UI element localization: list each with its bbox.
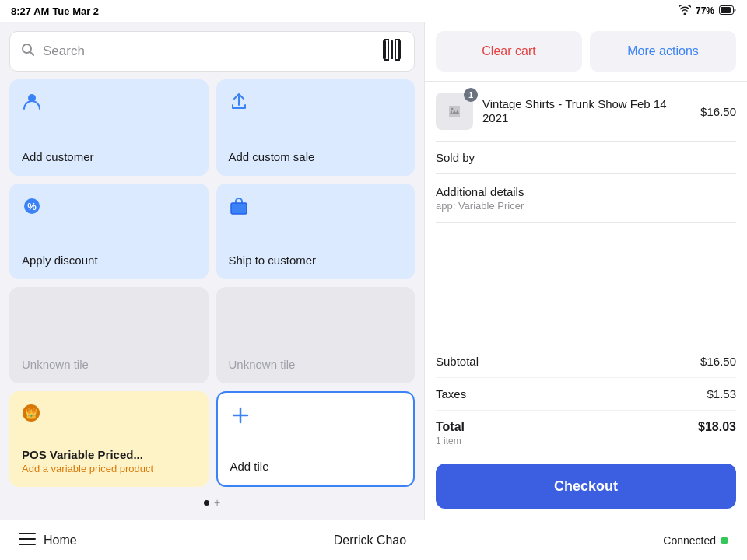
sold-by-row: Sold by [436, 142, 736, 174]
add-custom-sale-label: Add custom sale [229, 150, 403, 163]
svg-text:%: % [27, 201, 37, 212]
status-bar: 8:27 AM Tue Mar 2 77% [0, 0, 747, 22]
subtotal-row: Subtotal $16.50 [436, 345, 736, 378]
svg-rect-8 [384, 39, 389, 40]
more-actions-button[interactable]: More actions [590, 31, 736, 72]
page-dots: + [9, 495, 415, 510]
taxes-value: $1.53 [707, 387, 736, 401]
percent-icon: % [22, 196, 196, 221]
cart-item-thumbnail: 1 [436, 93, 473, 130]
left-panel: Search [0, 22, 424, 520]
svg-rect-11 [395, 59, 400, 61]
unknown-tile-1-label: Unknown tile [22, 358, 196, 371]
ship-to-customer-label: Ship to customer [229, 254, 403, 267]
share-icon [229, 92, 403, 117]
barcode-icon[interactable] [381, 39, 403, 64]
tile-ship-to-customer[interactable]: Ship to customer [216, 184, 416, 280]
cart-item-price: $16.50 [700, 105, 736, 118]
additional-details-subtitle: app: Variable Pricer [436, 200, 736, 212]
connected-label: Connected [663, 534, 716, 547]
search-placeholder: Search [43, 44, 85, 59]
pos-icon: 👑 [22, 404, 196, 426]
unknown-tile-2-label: Unknown tile [229, 358, 403, 371]
total-label-group: Total 1 item [436, 420, 465, 446]
cart-badge: 1 [464, 88, 478, 102]
nav-right: Connected [663, 534, 728, 547]
cart-section: 1 Vintage Shirts - Trunk Show Feb 14 202… [425, 82, 747, 345]
status-day: Tue Mar 2 [52, 5, 99, 17]
total-value: $18.03 [698, 420, 736, 446]
add-tile-label: Add tile [230, 460, 402, 473]
page-dot-1 [204, 500, 209, 506]
tile-add-custom-sale[interactable]: Add custom sale [216, 79, 416, 176]
svg-rect-5 [391, 40, 393, 59]
connected-dot [721, 537, 728, 544]
main-layout: Search [0, 22, 747, 520]
additional-details: Additional details app: Variable Pricer [436, 174, 736, 223]
checkout-button[interactable]: Checkout [436, 464, 736, 509]
search-bar[interactable]: Search [9, 31, 415, 72]
total-sublabel: 1 item [436, 436, 465, 446]
svg-rect-6 [395, 40, 396, 59]
apply-discount-label: Apply discount [22, 254, 196, 267]
right-panel-actions: Clear cart More actions [425, 22, 747, 82]
nav-left: Home [19, 532, 77, 549]
search-left: Search [21, 43, 85, 60]
tile-add-customer[interactable]: Add customer [9, 79, 209, 176]
taxes-label: Taxes [436, 387, 466, 401]
totals-section: Subtotal $16.50 Taxes $1.53 Total 1 item… [425, 345, 747, 456]
person-icon [22, 92, 196, 117]
add-customer-label: Add customer [22, 150, 196, 163]
page-dot-plus: + [214, 497, 220, 508]
total-row: Total 1 item $18.03 [436, 411, 736, 456]
battery-label: 77% [696, 5, 714, 16]
subtotal-label: Subtotal [436, 355, 479, 368]
svg-rect-10 [384, 59, 389, 61]
svg-rect-9 [395, 39, 400, 40]
battery-icon [719, 5, 736, 17]
cart-item-name: Vintage Shirts - Trunk Show Feb 14 2021 [482, 97, 667, 124]
checkout-section: Checkout [425, 456, 747, 520]
plus-icon [230, 405, 402, 430]
svg-rect-4 [388, 40, 389, 59]
tile-apply-discount[interactable]: % Apply discount [9, 184, 209, 280]
svg-rect-7 [398, 40, 401, 59]
svg-rect-3 [383, 40, 386, 59]
status-bar-right: 77% [679, 5, 736, 17]
tile-grid: Add customer Add custom sale % [9, 79, 415, 487]
cart-item: 1 Vintage Shirts - Trunk Show Feb 14 202… [436, 82, 736, 142]
tile-unknown-2: Unknown tile [216, 287, 416, 383]
total-label: Total [436, 420, 465, 434]
sold-by-label: Sold by [436, 151, 475, 164]
cart-item-info: Vintage Shirts - Trunk Show Feb 14 2021 [482, 97, 691, 125]
svg-rect-16 [231, 203, 247, 214]
subtotal-value: $16.50 [700, 355, 736, 368]
wifi-icon [679, 5, 691, 17]
pos-label-group: POS Variable Priced... Add a variable pr… [22, 448, 196, 474]
hamburger-icon[interactable] [19, 532, 36, 549]
nav-home-label[interactable]: Home [44, 534, 77, 548]
tile-add-tile[interactable]: Add tile [216, 391, 416, 488]
tile-pos-variable[interactable]: 👑 POS Variable Priced... Add a variable … [9, 391, 209, 488]
nav-user: Derrick Chao [334, 534, 406, 548]
status-time: 8:27 AM [11, 5, 49, 17]
status-bar-left: 8:27 AM Tue Mar 2 [11, 5, 99, 17]
right-panel: Clear cart More actions 1 Vintage Shirts… [424, 22, 747, 520]
taxes-row: Taxes $1.53 [436, 378, 736, 411]
bottom-nav: Home Derrick Chao Connected [0, 520, 747, 560]
briefcase-icon [229, 196, 403, 221]
search-icon [21, 43, 35, 60]
svg-rect-1 [721, 7, 731, 13]
svg-point-20 [451, 108, 454, 110]
svg-text:👑: 👑 [25, 406, 38, 419]
additional-details-title: Additional details [436, 185, 736, 198]
clear-cart-button[interactable]: Clear cart [436, 31, 582, 72]
pos-tile-sublabel: Add a variable priced product [22, 463, 196, 474]
pos-tile-label: POS Variable Priced... [22, 448, 196, 461]
tile-unknown-1: Unknown tile [9, 287, 209, 383]
